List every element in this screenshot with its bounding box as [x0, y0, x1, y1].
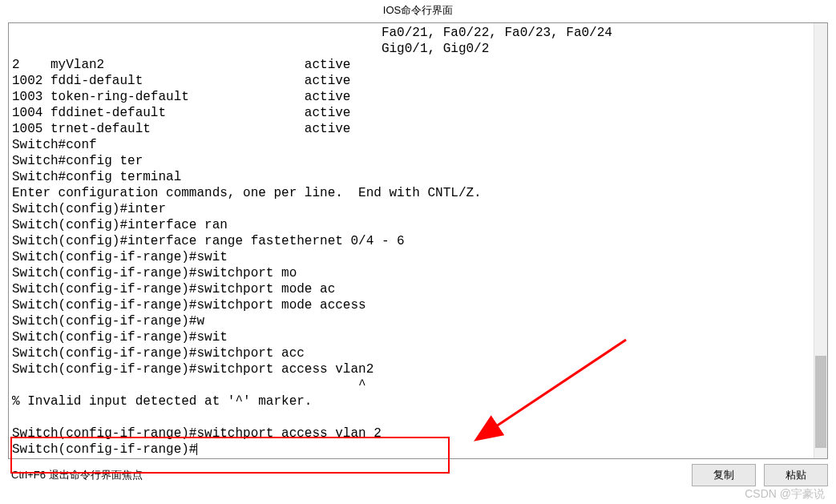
paste-button[interactable]: 粘贴: [764, 464, 828, 486]
watermark: CSDN @宇豪说: [745, 487, 825, 502]
copy-button[interactable]: 复制: [692, 464, 756, 486]
footer-hint: Ctrl+F6 退出命令行界面焦点: [11, 468, 143, 482]
window-title: IOS命令行界面: [0, 0, 836, 22]
terminal-container: Fa0/21, Fa0/22, Fa0/23, Fa0/24 Gig0/1, G…: [8, 22, 828, 459]
vertical-scrollbar[interactable]: [814, 23, 827, 458]
terminal-output[interactable]: Fa0/21, Fa0/22, Fa0/23, Fa0/24 Gig0/1, G…: [9, 23, 814, 458]
footer-bar: Ctrl+F6 退出命令行界面焦点 复制 粘贴: [0, 459, 836, 486]
scrollbar-thumb[interactable]: [815, 356, 826, 448]
